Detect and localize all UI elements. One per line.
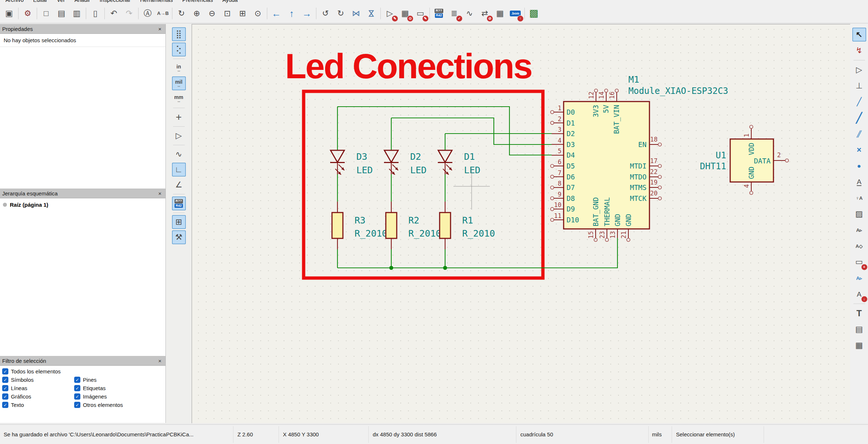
paste-button[interactable]: ▯	[88, 7, 102, 20]
pin-number[interactable]: 20	[650, 190, 657, 197]
mirror-horizontal-button[interactable]: ⋈	[349, 7, 363, 20]
find-button[interactable]: Ⓐ	[141, 7, 155, 20]
add-netclass-directive-button[interactable]: ♀A	[852, 191, 866, 205]
pin-number[interactable]: 12	[588, 92, 595, 99]
pin-name[interactable]: VDD	[747, 143, 755, 155]
checkbox-checked-icon[interactable]: ✓	[74, 402, 80, 408]
menu-herramientas[interactable]: Herramientas	[135, 0, 177, 3]
resistor-body[interactable]	[386, 213, 397, 238]
zoom-fit-objects-button[interactable]: ⊞	[236, 7, 249, 20]
undo-button[interactable]: ↶	[107, 7, 121, 20]
pin-number[interactable]: 1	[743, 134, 750, 137]
pin-number[interactable]: 23	[599, 231, 606, 238]
nav-up-button[interactable]: ↑	[285, 7, 299, 20]
filter-option-gráficos[interactable]: ✓Gráficos	[2, 393, 74, 400]
filter-option-imágenes[interactable]: ✓Imágenes	[74, 393, 146, 400]
pin-name[interactable]: D5	[567, 162, 575, 170]
wire[interactable]	[391, 118, 552, 144]
hierarchy-navigator-button[interactable]: ⊞	[172, 215, 186, 229]
mirror-vertical-button[interactable]: ⋈	[364, 7, 378, 20]
filter-option-símbolos[interactable]: ✓Símbolos	[2, 377, 74, 383]
show-hidden-fields-button[interactable]: ∿	[172, 147, 186, 161]
pin-number[interactable]: 18	[650, 136, 657, 143]
pin-name[interactable]: MTMS	[630, 183, 647, 191]
add-bus-button[interactable]: ╱	[852, 111, 866, 125]
units-mils-button[interactable]: mil↔	[172, 76, 186, 90]
browse-symbol-libraries-button[interactable]: ▦⊙	[398, 7, 412, 20]
dht11-reference[interactable]: U1	[716, 150, 726, 160]
pin-name[interactable]: MTDI	[630, 162, 647, 170]
resistor-body[interactable]	[440, 213, 451, 238]
pin-name[interactable]: D2	[567, 130, 575, 138]
close-icon[interactable]: ×	[157, 26, 163, 32]
bom-button[interactable]: .bom↑	[508, 7, 522, 20]
menu-ver[interactable]: Ver	[52, 0, 70, 3]
erc-button[interactable]: ≣✓	[447, 7, 461, 20]
pin-name[interactable]: MTCK	[630, 194, 647, 202]
menu-editar[interactable]: Editar	[28, 0, 52, 3]
units-mm-button[interactable]: mm↔	[172, 92, 186, 106]
pin-name[interactable]: EN	[638, 140, 647, 148]
resistor-value[interactable]: R_2010	[355, 228, 387, 239]
module-value[interactable]: Module_XIAO-ESP32C3	[628, 86, 728, 96]
filter-option-otros-elementos[interactable]: ✓Otros elementos	[74, 402, 146, 408]
pin-name[interactable]: D9	[567, 205, 575, 213]
hierarchy-root-item[interactable]: Raíz (página 1)	[0, 198, 165, 211]
print-button[interactable]: ▤	[55, 7, 68, 20]
pin-number[interactable]: 3	[558, 126, 561, 133]
checkbox-checked-icon[interactable]: ✓	[2, 368, 8, 374]
checkbox-checked-icon[interactable]: ✓	[2, 402, 8, 408]
schematic-drawing[interactable]: Led ConectionsD3LEDR3R_2010D2LEDR2R_2010…	[192, 24, 851, 424]
led-value[interactable]: LED	[356, 165, 373, 175]
pin-number[interactable]: 17	[650, 157, 657, 164]
checkbox-checked-icon[interactable]: ✓	[74, 393, 80, 400]
show-grid-button[interactable]: ⣿	[172, 27, 186, 41]
led-triangle[interactable]	[384, 150, 398, 162]
filter-option-etiquetas[interactable]: ✓Etiquetas	[74, 385, 146, 391]
assign-footprints-button[interactable]: ⇄⊘	[478, 7, 492, 20]
close-icon[interactable]: ×	[157, 358, 163, 364]
pin-name[interactable]: GND	[624, 214, 632, 226]
pin-name[interactable]: D10	[567, 216, 579, 224]
pin-name[interactable]: D6	[567, 173, 575, 181]
full-crosshair-cursor-button[interactable]: +	[172, 110, 186, 124]
led-triangle[interactable]	[438, 150, 452, 162]
led-reference[interactable]: D2	[410, 151, 421, 162]
free-angle-wire-mode-button[interactable]: ∠	[172, 178, 186, 192]
wire[interactable]	[337, 238, 617, 268]
nav-forward-button[interactable]: →	[300, 7, 314, 20]
symbol-fields-table-button[interactable]: ▦	[493, 7, 507, 20]
rotate-cw-button[interactable]: ↻	[334, 7, 348, 20]
menu-preferencias[interactable]: Preferencias	[177, 0, 217, 3]
pin-name[interactable]: GND	[613, 214, 621, 226]
highlight-net-button[interactable]: ↯	[852, 44, 866, 58]
resistor-reference[interactable]: R3	[355, 215, 365, 226]
page-settings-button[interactable]: □	[39, 7, 53, 20]
add-rule-area-button[interactable]: ▨	[852, 207, 866, 221]
resistor-value[interactable]: R_2010	[462, 228, 495, 239]
led-reference[interactable]: D1	[464, 151, 475, 162]
pin-number[interactable]: 8	[558, 180, 561, 187]
schematic-canvas[interactable]: Led ConectionsD3LEDR3R_2010D2LEDR2R_2010…	[192, 24, 850, 423]
pin-number[interactable]: 15	[587, 231, 595, 238]
add-text-box-button[interactable]: ▤	[852, 322, 866, 336]
add-hierarchical-label-button[interactable]: A▹	[852, 271, 866, 285]
pin-number[interactable]: 14	[598, 92, 605, 99]
add-net-label-button[interactable]: A	[852, 175, 866, 189]
edit-footprint-button[interactable]: ▭✎	[413, 7, 427, 20]
pin-number[interactable]: 16	[608, 92, 616, 99]
add-junction-button[interactable]: ●	[852, 159, 866, 173]
add-no-connect-button[interactable]: ×	[852, 143, 866, 157]
add-table-button[interactable]: ▦	[852, 338, 866, 352]
resistor-reference[interactable]: R2	[408, 215, 419, 226]
schematic-title-text[interactable]: Led Conections	[285, 47, 532, 86]
zoom-in-button[interactable]: ⊕	[190, 7, 204, 20]
led-value[interactable]: LED	[464, 165, 480, 175]
add-hierarchical-sheet-button[interactable]: ▭+	[852, 255, 866, 269]
annotation-red-box[interactable]	[304, 91, 543, 278]
menu-archivo[interactable]: Archivo	[1, 0, 28, 3]
redo-button[interactable]: ↷	[122, 7, 136, 20]
zoom-selection-button[interactable]: ⊙	[251, 7, 265, 20]
pin-name[interactable]: DATA	[754, 157, 771, 165]
edit-symbol-button[interactable]: ▷✎	[383, 7, 397, 20]
